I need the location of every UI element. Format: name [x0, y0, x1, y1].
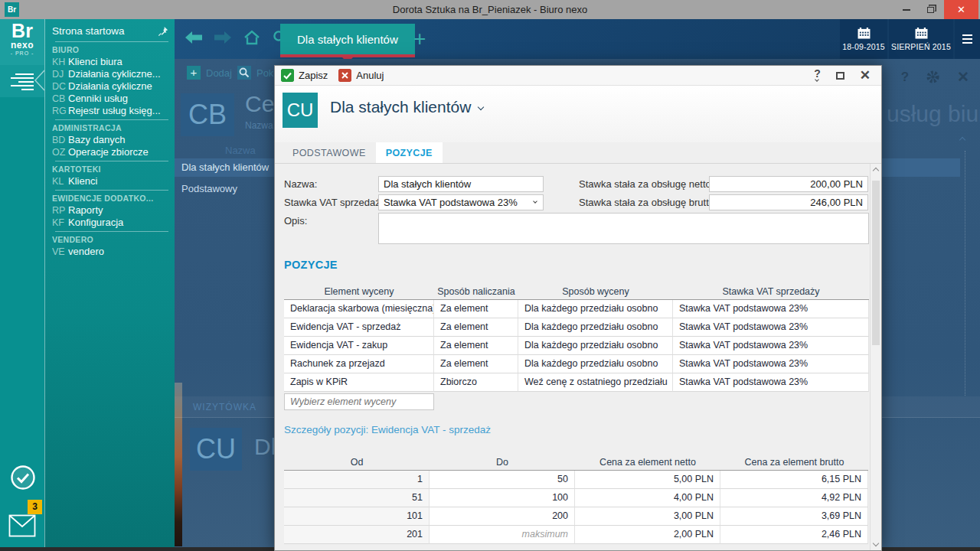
table-cell[interactable]: Za element: [434, 300, 518, 318]
col-header[interactable]: Cena za element netto: [575, 455, 720, 471]
cancel-button[interactable]: Anuluj: [338, 69, 384, 82]
col-header[interactable]: Sposób naliczania: [434, 285, 518, 300]
table-cell[interactable]: Ewidencja VAT - sprzedaż: [284, 318, 434, 337]
sidebar-item-dzialania-cykliczne-dc[interactable]: DCDziałania cykliczne: [52, 80, 168, 93]
table-cell[interactable]: 1: [284, 471, 430, 489]
vat-select[interactable]: Stawka VAT podstawowa 23%: [378, 194, 544, 210]
minimize-button[interactable]: [896, 0, 917, 19]
app-menu-button[interactable]: [955, 19, 980, 59]
col-header[interactable]: Cena za element brutto: [720, 455, 868, 471]
scroll-down-icon[interactable]: [873, 540, 879, 546]
sidebar-item-konfiguracja[interactable]: KFKonfiguracja: [52, 217, 168, 229]
sidebar-item-bazy-danych[interactable]: BDBazy danych: [52, 134, 168, 146]
add-button[interactable]: +: [187, 66, 201, 80]
table-cell[interactable]: Dla każdego przedziału osobno: [518, 355, 673, 373]
table-cell[interactable]: Zbiorczo: [434, 373, 518, 392]
sidebar-item-operacje-zbiorcze[interactable]: OZOperacje zbiorcze: [52, 146, 168, 158]
table-cell[interactable]: Weź cenę z ostatniego przedziału: [518, 373, 673, 392]
table-cell[interactable]: Za element: [434, 355, 518, 373]
table-cell[interactable]: maksimum: [430, 526, 575, 544]
new-item-input[interactable]: [284, 393, 434, 410]
table-cell[interactable]: 101: [284, 507, 430, 526]
name-input[interactable]: [378, 176, 544, 192]
sidebar-item-dzialania-cykliczne-dj[interactable]: DJDziałania cykliczne...: [52, 68, 168, 80]
open-tab-dla-stalych-klientow[interactable]: Dla stałych klientów: [280, 24, 415, 54]
table-cell[interactable]: Za element: [434, 318, 518, 337]
table-cell[interactable]: 4,00 PLN: [575, 489, 720, 507]
sidebar-item-raporty[interactable]: RPRaporty: [52, 204, 168, 217]
table-cell[interactable]: Ewidencja VAT - zakup: [284, 337, 434, 355]
brutto-input[interactable]: [709, 194, 868, 210]
table-cell[interactable]: 3,69 PLN: [720, 507, 868, 526]
bg-column-header[interactable]: Nazwa: [225, 145, 256, 156]
dialog-close-button[interactable]: ✕: [860, 67, 871, 83]
col-header[interactable]: Element wyceny: [284, 285, 434, 300]
table-cell[interactable]: Zapis w KPiR: [284, 373, 434, 392]
desc-textarea[interactable]: [378, 213, 869, 244]
table-cell[interactable]: 3,00 PLN: [575, 507, 720, 526]
forward-icon[interactable]: [214, 31, 231, 44]
table-cell[interactable]: 51: [284, 489, 430, 507]
netto-input[interactable]: [709, 176, 868, 192]
col-header[interactable]: Do: [430, 455, 575, 471]
save-button[interactable]: Zapisz: [281, 69, 328, 82]
status-check-icon[interactable]: [10, 465, 36, 491]
bg-close-icon[interactable]: ✕: [957, 68, 969, 86]
table-cell[interactable]: 4,92 PLN: [720, 489, 868, 507]
col-header[interactable]: Sposób wyceny: [518, 285, 673, 300]
show-search-icon[interactable]: [237, 66, 251, 80]
table-cell[interactable]: 201: [284, 526, 430, 544]
bg-row-podstawowy[interactable]: Podstawowy: [181, 180, 237, 198]
dialog-help-button[interactable]: ?: [814, 70, 821, 81]
sidebar-item-cenniki-uslug[interactable]: CBCenniki usług: [52, 93, 168, 105]
table-cell[interactable]: Stawka VAT podstawowa 23%: [673, 318, 869, 337]
bg-scroll-up-icon[interactable]: [959, 137, 965, 143]
sidebar-item-rejestr-uslug[interactable]: RGRejestr usług księg...: [52, 105, 168, 117]
restore-button[interactable]: [919, 0, 942, 19]
scroll-up-icon[interactable]: [873, 168, 879, 174]
new-tab-button[interactable]: +: [413, 24, 426, 54]
home-icon[interactable]: [243, 30, 260, 45]
date-picker-day[interactable]: 18-09-2015: [840, 19, 887, 59]
table-cell[interactable]: Stawka VAT podstawowa 23%: [673, 337, 869, 355]
scroll-thumb[interactable]: [872, 181, 880, 345]
bg-help-icon[interactable]: ?: [901, 70, 909, 85]
pin-icon[interactable]: [158, 26, 168, 37]
back-icon[interactable]: [185, 31, 202, 44]
table-cell[interactable]: Stawka VAT podstawowa 23%: [673, 355, 869, 373]
messages-badge[interactable]: 3: [28, 500, 42, 514]
tab-podstawowe[interactable]: PODSTAWOWE: [283, 142, 376, 163]
table-cell[interactable]: 50: [430, 471, 575, 489]
bg-tab-wizytowka[interactable]: WIZYTÓWKA: [193, 402, 256, 412]
table-cell[interactable]: 5,00 PLN: [575, 471, 720, 489]
sidebar-item-strona-startowa[interactable]: Strona startowa: [52, 23, 168, 39]
col-header[interactable]: Od: [284, 455, 430, 471]
date-picker-month[interactable]: SIERPIEŃ 2015: [889, 19, 953, 59]
close-button[interactable]: ✕: [944, 0, 978, 19]
dialog-maximize-button[interactable]: [836, 72, 844, 80]
sidebar-item-klienci-biura[interactable]: KHKlienci biura: [52, 56, 168, 68]
tab-pozycje[interactable]: POZYCJE: [376, 142, 443, 163]
table-cell[interactable]: Za element: [434, 337, 518, 355]
table-cell[interactable]: Dla każdego przedziału osobno: [518, 318, 673, 337]
app-logo[interactable]: Br nexo - PRO -: [0, 19, 44, 65]
messages-icon[interactable]: [8, 514, 36, 537]
dialog-title[interactable]: Dla stałych klientów: [330, 98, 483, 116]
table-cell[interactable]: Stawka VAT podstawowa 23%: [673, 373, 869, 392]
table-cell[interactable]: 200: [430, 507, 575, 526]
table-cell[interactable]: 2,00 PLN: [575, 526, 720, 544]
table-cell[interactable]: Deklaracja skarbowa (miesięczna): [284, 300, 434, 318]
sidebar-item-vendero[interactable]: VEvendero: [52, 246, 168, 258]
table-cell[interactable]: 6,15 PLN: [720, 471, 868, 489]
col-header[interactable]: Stawka VAT sprzedaży: [673, 285, 869, 300]
table-cell[interactable]: Stawka VAT podstawowa 23%: [673, 300, 869, 318]
table-cell[interactable]: 2,46 PLN: [720, 526, 868, 544]
sidebar-item-klienci[interactable]: KLKlienci: [52, 175, 168, 187]
sidebar-strip: Br nexo - PRO - 3: [0, 19, 44, 551]
table-cell[interactable]: Dla każdego przedziału osobno: [518, 337, 673, 355]
table-cell[interactable]: 100: [430, 489, 575, 507]
gear-icon[interactable]: [926, 70, 940, 84]
dialog-scrollbar[interactable]: [870, 164, 881, 550]
table-cell[interactable]: Dla każdego przedziału osobno: [518, 300, 673, 318]
table-cell[interactable]: Rachunek za przejazd: [284, 355, 434, 373]
